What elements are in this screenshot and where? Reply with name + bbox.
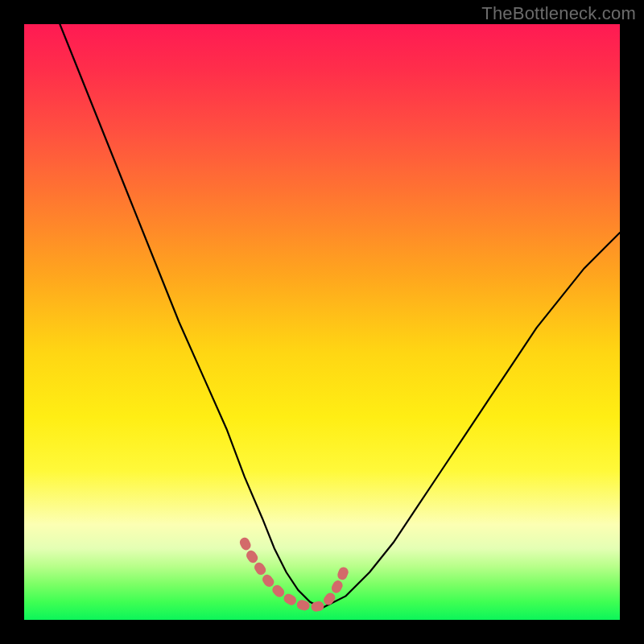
chart-plot-area: [24, 24, 620, 620]
chart-frame: TheBottleneck.com: [0, 0, 644, 644]
watermark-text: TheBottleneck.com: [481, 3, 636, 24]
bottleneck-curve: [60, 24, 620, 608]
optimal-range-marker: [245, 543, 346, 607]
chart-svg: [24, 24, 620, 620]
